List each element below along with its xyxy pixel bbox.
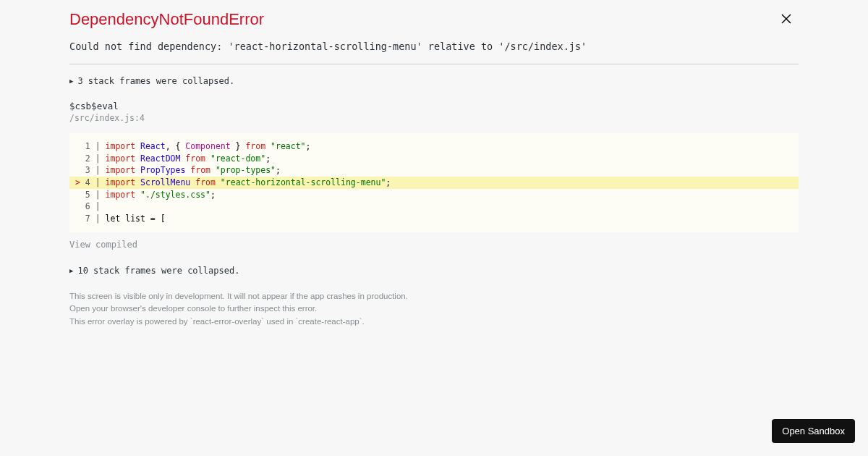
collapse-top-label: 3 stack frames were collapsed. — [77, 76, 234, 86]
hint-line: This screen is visible only in developme… — [69, 290, 799, 303]
stack-frame-name: $csb$eval — [69, 101, 799, 111]
divider — [69, 64, 799, 64]
collapse-bottom-label: 10 stack frames were collapsed. — [77, 266, 239, 276]
collapse-bottom-frames[interactable]: ▶ 10 stack frames were collapsed. — [69, 266, 799, 276]
footer-hints: This screen is visible only in developme… — [69, 290, 799, 328]
error-message: Could not find dependency: 'react-horizo… — [69, 41, 799, 52]
hint-line: Open your browser's developer console to… — [69, 303, 799, 315]
arrow-right-icon: ▶ — [69, 267, 73, 274]
close-icon[interactable] — [781, 13, 791, 26]
stack-frame-location[interactable]: /src/index.js:4 — [69, 113, 799, 123]
view-compiled-link[interactable]: View compiled — [69, 240, 799, 250]
arrow-right-icon: ▶ — [69, 77, 73, 85]
code-snippet: 1 | import React, { Component } from "re… — [69, 133, 799, 232]
open-sandbox-button[interactable]: Open Sandbox — [772, 419, 855, 443]
collapse-top-frames[interactable]: ▶ 3 stack frames were collapsed. — [69, 76, 799, 86]
error-title: DependencyNotFoundError — [69, 10, 799, 29]
hint-line: This error overlay is powered by `react-… — [69, 316, 799, 328]
